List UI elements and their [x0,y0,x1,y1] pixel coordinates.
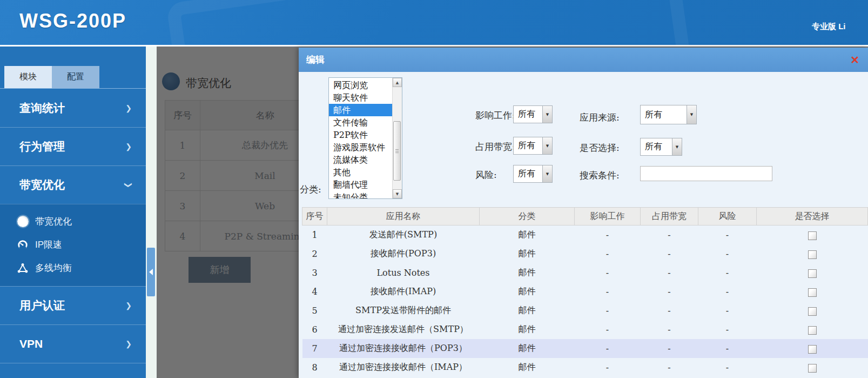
table-row[interactable]: 3 Lotus Notes 邮件 - - - [302,263,868,282]
scrollbar-thumb[interactable] [393,121,401,181]
table-row[interactable]: 7 通过加密连接接收邮件（POP3） 邮件 - - - [302,339,868,358]
submenu-item-ip-limit[interactable]: IP限速 [0,233,146,256]
cell-bandwidth: - [641,244,698,263]
submenu-item-label: 多线均衡 [35,262,72,274]
row-checkbox[interactable] [808,231,817,240]
cell-app-name: 接收邮件(IMAP) [327,282,480,301]
cell-work: - [575,320,641,339]
column-header: 序号 [302,208,327,226]
cell-app-name: 通过加密连接发送邮件（SMTP） [327,320,480,339]
cell-work: - [575,226,641,245]
tab-modules[interactable]: 模块 [4,66,52,88]
table-row[interactable]: 6 通过加密连接发送邮件（SMTP） 邮件 - - - [302,320,868,339]
column-header: 应用名称 [327,208,480,226]
sidebar-tabs: 模块 配置 [0,47,146,89]
row-checkbox[interactable] [808,326,817,335]
cell-risk: - [698,339,757,358]
sidebar-item-partial [0,363,146,375]
chevron-right-icon: ❯ [125,104,132,112]
table-row[interactable]: 1 发送邮件(SMTP) 邮件 - - - [302,226,868,245]
sidebar-collapse-handle[interactable] [147,248,155,296]
bandwidth-submenu: 带宽优化 IP限速 [0,204,146,286]
cell-app-name: Lotus Notes [327,263,480,282]
column-header: 影响工作 [575,208,641,226]
row-checkbox[interactable] [808,288,817,297]
list-item[interactable]: 邮件 [329,104,393,116]
cell-no: 7 [302,339,327,358]
dialog-body: 分类: 网页浏览 聊天软件 邮件 文件传输 P2P软件 游戏股票软件 [299,72,868,378]
cell-no: 6 [302,320,327,339]
row-checkbox[interactable] [808,250,817,259]
cell-app-name: 接收邮件(POP3) [327,244,480,263]
dropdown-arrow-icon: ▼ [542,137,552,154]
filter-risk-dropdown[interactable]: 所有 ▼ [513,165,553,183]
table-row[interactable]: 5 SMTP发送带附件的邮件 邮件 - - - [302,301,868,320]
cell-category: 邮件 [480,301,575,320]
dropdown-arrow-icon: ▼ [542,165,552,182]
list-item[interactable]: 聊天软件 [329,91,393,104]
cell-risk: - [698,358,757,377]
list-item[interactable]: 文件传输 [329,116,393,129]
table-row[interactable]: 4 接收邮件(IMAP) 邮件 - - - [302,282,868,301]
sidebar-item-user-auth[interactable]: 用户认证 ❯ [0,286,146,324]
list-item[interactable]: 流媒体类 [329,154,393,166]
row-checkbox[interactable] [808,307,817,316]
list-item[interactable]: 游戏股票软件 [329,141,393,154]
scroll-down-icon[interactable]: ▼ [393,189,402,198]
filter-bandwidth-dropdown[interactable]: 所有 ▼ [513,137,553,155]
category-listbox[interactable]: 网页浏览 聊天软件 邮件 文件传输 P2P软件 游戏股票软件 流媒体类 其他 [328,77,402,199]
chevron-down-icon: ❯ [124,182,133,188]
listbox-scrollbar[interactable]: ▲ ▼ [392,78,402,198]
gauge-icon [16,238,29,251]
sidebar-item-query-stats[interactable]: 查询统计 ❯ [0,89,146,127]
sidebar-item-behavior-mgmt[interactable]: 行为管理 ❯ [0,127,146,165]
scroll-up-icon[interactable]: ▲ [393,78,402,87]
sidebar-item-label: 查询统计 [19,101,65,116]
cell-bandwidth: - [641,263,698,282]
sidebar-item-vpn[interactable]: VPN ❯ [0,324,146,363]
cell-bandwidth: - [641,301,698,320]
cell-no: 8 [302,358,327,377]
cell-bandwidth: - [641,339,698,358]
dropdown-value: 所有 [641,105,687,124]
filter-risk-label: 风险: [475,169,497,181]
cell-work: - [575,339,641,358]
filter-work-dropdown[interactable]: 所有 ▼ [513,105,553,123]
dropdown-value: 所有 [514,165,542,182]
row-checkbox[interactable] [808,364,817,373]
column-header: 是否选择 [757,208,868,226]
list-item[interactable]: P2P软件 [329,129,393,141]
dialog-header: 编辑 ✕ [299,48,868,72]
cell-work: - [575,358,641,377]
filter-chosen-dropdown[interactable]: 所有 ▼ [640,138,682,156]
close-icon[interactable]: ✕ [850,55,859,65]
edit-dialog: 编辑 ✕ 分类: 网页浏览 聊天软件 邮件 文件传输 P2P软件 [299,48,868,378]
cell-category: 邮件 [480,263,575,282]
column-header: 分类 [480,208,575,226]
tab-config[interactable]: 配置 [52,66,99,88]
filter-bandwidth-label: 占用带宽: [475,141,515,153]
list-item[interactable]: 翻墙代理 [329,178,393,191]
filter-source-dropdown[interactable]: 所有 ▼ [640,105,697,124]
cell-work: - [575,282,641,301]
submenu-item-bandwidth-opt[interactable]: 带宽优化 [0,210,146,233]
list-item[interactable]: 未知分类 [329,191,393,199]
search-input[interactable] [640,166,772,181]
submenu-item-label: IP限速 [35,238,62,251]
row-checkbox[interactable] [808,345,817,354]
cell-category: 邮件 [480,358,575,377]
cell-risk: - [698,301,757,320]
table-row[interactable]: 2 接收邮件(POP3) 邮件 - - - [302,244,868,263]
list-item[interactable]: 网页浏览 [329,79,393,91]
cell-risk: - [698,226,757,245]
submenu-item-multiline-balance[interactable]: 多线均衡 [0,256,146,280]
sidebar-item-bandwidth-opt[interactable]: 带宽优化 ❯ [0,165,146,204]
cell-no: 3 [302,263,327,282]
sidebar-nav: 查询统计 ❯ 行为管理 ❯ 带宽优化 ❯ 带宽优化 [0,89,146,375]
cell-category: 邮件 [480,339,575,358]
dropdown-arrow-icon: ▼ [687,105,696,124]
row-checkbox[interactable] [808,269,817,278]
list-item[interactable]: 其他 [329,166,393,178]
cell-bandwidth: - [641,320,698,339]
table-row[interactable]: 8 通过加密连接接收邮件（IMAP） 邮件 - - - [302,358,868,377]
